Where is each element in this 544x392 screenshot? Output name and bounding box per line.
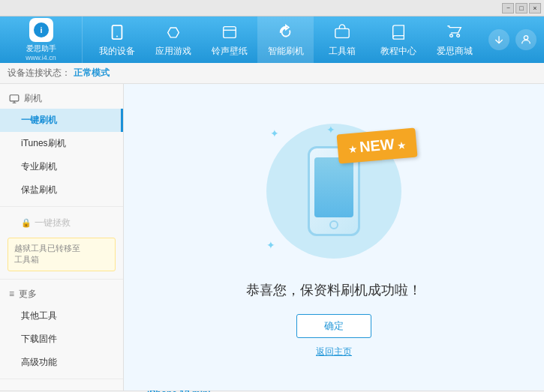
- nav-ringtone[interactable]: 铃声壁纸: [201, 16, 257, 63]
- nav-toolbox[interactable]: 工具箱: [314, 16, 370, 63]
- svg-text:i: i: [40, 25, 42, 34]
- svg-point-8: [456, 34, 459, 37]
- logo-name: 爱思助手: [26, 43, 56, 54]
- nav-smart-flash[interactable]: 智能刷机: [257, 16, 314, 63]
- status-value: 正常模式: [74, 67, 110, 79]
- sidebar-section-rescue: 🔒 一键拯救 越狱工具已转移至工具箱: [0, 207, 123, 280]
- svg-rect-4: [223, 27, 236, 38]
- success-message: 恭喜您，保资料刷机成功啦！: [246, 281, 422, 299]
- nav-my-device[interactable]: 我的设备: [89, 16, 145, 63]
- apps-icon: [163, 22, 184, 43]
- nav-app-games-label: 应用游戏: [155, 45, 191, 58]
- sidebar: 刷机 一键刷机 iTunes刷机 专业刷机 保盐刷机 🔒 一键拯救 越狱工具已转…: [0, 84, 124, 391]
- phone-home-button: [329, 220, 338, 229]
- phone-icon: [107, 22, 128, 43]
- svg-point-9: [524, 36, 527, 40]
- music-icon: [219, 22, 240, 43]
- sidebar-item-one-key-flash[interactable]: 一键刷机: [0, 109, 123, 132]
- title-bar: － □ ×: [0, 0, 544, 16]
- download-button[interactable]: [488, 29, 509, 50]
- sidebar-section-flash-title: 刷机: [0, 88, 123, 109]
- nav-tutorial-label: 教程中心: [380, 45, 416, 58]
- store-icon: [444, 22, 465, 43]
- logo-icon: i: [29, 18, 53, 42]
- nav-app-games[interactable]: 应用游戏: [145, 16, 201, 63]
- nav-smart-flash-label: 智能刷机: [268, 45, 304, 58]
- new-badge: NEW: [337, 128, 418, 164]
- sidebar-item-itunes-flash[interactable]: iTunes刷机: [0, 132, 123, 155]
- top-nav: i 爱思助手 www.i4.cn 我的设备 应用游戏 铃声壁纸: [0, 16, 544, 63]
- sparkle-icon-2: ✦: [326, 124, 335, 136]
- sidebar-section-flash: 刷机 一键刷机 iTunes刷机 专业刷机 保盐刷机: [0, 84, 123, 207]
- svg-rect-10: [10, 94, 19, 100]
- nav-toolbox-label: 工具箱: [329, 45, 356, 58]
- sidebar-section-more-title: ≡ 更多: [0, 284, 123, 304]
- sparkle-icon-1: ✦: [270, 127, 279, 139]
- sparkle-icon-3: ✦: [266, 239, 275, 251]
- sidebar-item-download-firmware[interactable]: 下载固件: [0, 328, 123, 351]
- lock-icon: 🔒: [21, 218, 32, 228]
- user-button[interactable]: [515, 29, 536, 50]
- nav-my-device-label: 我的设备: [99, 45, 135, 58]
- tools-icon: [332, 22, 353, 43]
- sidebar-rescue-note: 越狱工具已转移至工具箱: [8, 238, 116, 271]
- sidebar-item-pro-flash[interactable]: 专业刷机: [0, 155, 123, 178]
- status-bar: 设备连接状态： 正常模式: [0, 63, 544, 84]
- content-area: NEW ✦ ✦ ✦ 恭喜您，保资料刷机成功啦！ 确定 返回主页: [124, 84, 544, 391]
- refresh-icon: [275, 22, 296, 43]
- minimize-button[interactable]: －: [502, 3, 514, 13]
- svg-rect-6: [335, 28, 348, 37]
- nav-items: 我的设备 应用游戏 铃声壁纸 智能刷机 工具箱: [83, 16, 488, 63]
- phone-screen: [314, 157, 353, 217]
- logo: i 爱思助手 www.i4.cn: [0, 16, 83, 63]
- nav-store-label: 爱思商城: [437, 45, 473, 58]
- nav-ringtone-label: 铃声壁纸: [212, 45, 248, 58]
- sidebar-item-advanced[interactable]: 高级功能: [0, 351, 123, 374]
- sidebar-item-other-tools[interactable]: 其他工具: [0, 304, 123, 328]
- sidebar-item-rescue-disabled: 🔒 一键拯救: [0, 211, 123, 235]
- back-link[interactable]: 返回主页: [316, 346, 352, 358]
- sidebar-section-more: ≡ 更多 其他工具 下载固件 高级功能: [0, 280, 123, 379]
- confirm-button[interactable]: 确定: [296, 314, 371, 338]
- svg-point-7: [449, 34, 452, 37]
- nav-store[interactable]: 爱思商城: [426, 16, 482, 63]
- maximize-button[interactable]: □: [515, 3, 527, 13]
- phone-illustration: NEW ✦ ✦ ✦: [259, 116, 409, 266]
- nav-right-buttons: [488, 29, 544, 50]
- nav-tutorial[interactable]: 教程中心: [370, 16, 426, 63]
- sidebar-item-save-flash[interactable]: 保盐刷机: [0, 178, 123, 202]
- status-label: 设备连接状态：: [8, 67, 71, 79]
- book-icon: [388, 22, 409, 43]
- main-area: 刷机 一键刷机 iTunes刷机 专业刷机 保盐刷机 🔒 一键拯救 越狱工具已转…: [0, 84, 544, 391]
- logo-sub: www.i4.cn: [26, 54, 56, 61]
- close-button[interactable]: ×: [529, 3, 541, 13]
